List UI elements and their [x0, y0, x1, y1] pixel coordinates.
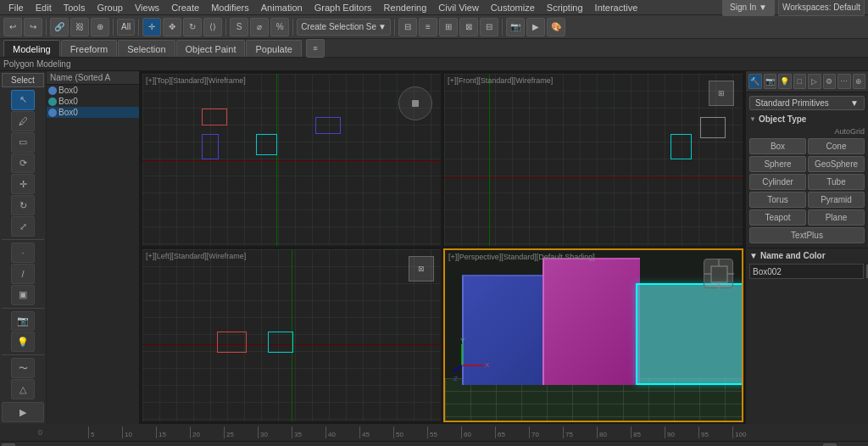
- viewport-top[interactable]: [+][Top][Standard][Wireframe]: [142, 73, 442, 247]
- scene-dot-1: [48, 86, 57, 95]
- prop-btn-more[interactable]: ⋯: [837, 74, 851, 89]
- sign-in-button[interactable]: Sign In ▼: [722, 0, 775, 16]
- curve-tool[interactable]: 〜: [11, 358, 35, 378]
- expand-button[interactable]: ▶: [2, 402, 44, 422]
- viewport-perspective[interactable]: [+][Perspective][Standard][Default Shadi…: [443, 248, 743, 422]
- menu-edit[interactable]: Edit: [31, 0, 57, 15]
- nav-gizmo-perspective[interactable]: [704, 259, 733, 288]
- menu-animation[interactable]: Animation: [256, 0, 308, 15]
- btn-cone[interactable]: Cone: [808, 138, 865, 154]
- tab-modeling[interactable]: Modeling: [3, 40, 60, 57]
- btn-cylinder[interactable]: Cylinder: [749, 174, 806, 190]
- unlink-button[interactable]: ⛓: [70, 18, 89, 36]
- toolbar-sep-6: [394, 19, 395, 36]
- vertex-tool[interactable]: ·: [11, 243, 35, 263]
- btn-plane[interactable]: Plane: [808, 209, 865, 226]
- menu-customize[interactable]: Customize: [486, 0, 540, 15]
- scene-item-1[interactable]: Box0: [47, 85, 139, 96]
- menu-interactive[interactable]: Interactive: [590, 0, 643, 15]
- material-editor-button[interactable]: 🎨: [547, 18, 565, 36]
- paint-tool[interactable]: 🖊: [11, 111, 35, 131]
- prop-btn-history[interactable]: ⊕: [853, 74, 866, 89]
- shape-tool[interactable]: △: [11, 379, 35, 399]
- btn-box[interactable]: Box: [749, 138, 806, 154]
- tab-object-paint[interactable]: Object Paint: [176, 40, 246, 57]
- prop-btn-hammer[interactable]: 🔨: [748, 74, 762, 89]
- rotate-button[interactable]: ↻: [183, 18, 202, 36]
- angle-snap-button[interactable]: ⌀: [250, 18, 269, 36]
- viewport-left[interactable]: [+][Left][Standard][Wireframe] ⊠: [142, 248, 442, 422]
- undo-button[interactable]: ↩: [3, 18, 22, 36]
- btn-geosphere[interactable]: GeoSphere: [808, 156, 865, 172]
- menu-views[interactable]: Views: [130, 0, 164, 15]
- prop-btn-display[interactable]: □: [793, 74, 807, 89]
- nav-gizmo-left[interactable]: ⊠: [409, 256, 434, 282]
- snap-button[interactable]: S: [230, 18, 248, 36]
- move-button[interactable]: ✥: [163, 18, 181, 36]
- menu-file[interactable]: File: [3, 0, 29, 15]
- menu-modifiers[interactable]: Modifiers: [206, 0, 254, 15]
- scene-item-2[interactable]: Box0: [47, 96, 139, 107]
- menu-tools[interactable]: Tools: [58, 0, 91, 15]
- rect-select-tool[interactable]: ▭: [11, 132, 35, 153]
- workspace-dropdown[interactable]: Workspaces: Default: [778, 0, 865, 16]
- tab-freeform[interactable]: Freeform: [61, 40, 118, 57]
- tab-selection[interactable]: Selection: [118, 40, 175, 57]
- timeline-next[interactable]: ▶: [823, 443, 837, 447]
- prop-btn-light[interactable]: 💡: [778, 74, 792, 89]
- scene-item-3[interactable]: Box0: [47, 107, 139, 118]
- camera-tool[interactable]: 📷: [11, 311, 35, 332]
- manage-layers-button[interactable]: ⊟: [480, 18, 498, 36]
- redo-button[interactable]: ↪: [24, 18, 42, 36]
- select-button[interactable]: ✛: [142, 18, 161, 36]
- wf-box-left-2: [217, 332, 247, 353]
- menu-rendering[interactable]: Rendering: [379, 0, 432, 15]
- render-button[interactable]: ▶: [526, 18, 545, 36]
- select-label: Select: [2, 73, 44, 87]
- edge-tool[interactable]: /: [11, 264, 35, 284]
- rotate-tool[interactable]: ↻: [11, 195, 35, 215]
- mirror-button[interactable]: ⊟: [398, 18, 417, 36]
- scale-button[interactable]: ⟨⟩: [203, 18, 222, 36]
- move-tool[interactable]: ✛: [11, 174, 35, 194]
- face-tool[interactable]: ▣: [11, 285, 35, 305]
- menu-graph-editors[interactable]: Graph Editors: [309, 0, 377, 15]
- prop-btn-settings[interactable]: ⚙: [823, 74, 837, 89]
- name-input-field[interactable]: [749, 264, 864, 279]
- scale-tool[interactable]: ⤢: [11, 216, 35, 237]
- bottom-bar: ◀ ▶ 0 / 100: [0, 441, 868, 446]
- menu-group[interactable]: Group: [92, 0, 128, 15]
- menu-create[interactable]: Create: [166, 0, 204, 15]
- render-setup-button[interactable]: 📷: [506, 18, 525, 36]
- link-button[interactable]: 🔗: [50, 18, 69, 36]
- nav-gizmo-front[interactable]: ⊞: [709, 81, 734, 106]
- tab-options-button[interactable]: ≡: [306, 39, 325, 58]
- timeline-prev[interactable]: ◀: [2, 443, 15, 447]
- menu-civil-view[interactable]: Civil View: [433, 0, 483, 15]
- viewport-top-label: [+][Top][Standard][Wireframe]: [146, 76, 246, 85]
- quick-align-button[interactable]: ⊠: [459, 18, 478, 36]
- prop-btn-anim[interactable]: ▷: [808, 74, 821, 89]
- nav-gizmo-top[interactable]: [398, 86, 432, 120]
- lasso-tool[interactable]: ⟳: [11, 153, 35, 174]
- percent-button[interactable]: %: [270, 18, 289, 36]
- prop-btn-camera[interactable]: 📷: [764, 74, 777, 89]
- btn-textplus[interactable]: TextPlus: [749, 227, 865, 243]
- btn-teapot[interactable]: Teapot: [749, 209, 806, 226]
- name-color-section: ▼ Name and Color: [746, 248, 868, 282]
- select-all-dropdown[interactable]: All: [117, 19, 135, 36]
- light-tool[interactable]: 💡: [11, 332, 35, 352]
- btn-sphere[interactable]: Sphere: [749, 156, 806, 172]
- pointer-tool[interactable]: ↖: [11, 90, 35, 110]
- viewport-front[interactable]: [+][Front][Standard][Wireframe] ⊞: [443, 73, 743, 247]
- btn-pyramid[interactable]: Pyramid: [808, 192, 865, 208]
- tab-populate[interactable]: Populate: [246, 40, 301, 57]
- align-button[interactable]: ≡: [419, 18, 437, 36]
- selection-set-dropdown[interactable]: Create Selection Se▼: [297, 19, 391, 36]
- menu-scripting[interactable]: Scripting: [542, 0, 588, 15]
- btn-torus[interactable]: Torus: [749, 192, 806, 208]
- bind-button[interactable]: ⊕: [91, 18, 109, 36]
- btn-tube[interactable]: Tube: [808, 174, 865, 190]
- array-button[interactable]: ⊞: [439, 18, 458, 36]
- primitives-dropdown[interactable]: Standard Primitives ▼: [749, 96, 865, 110]
